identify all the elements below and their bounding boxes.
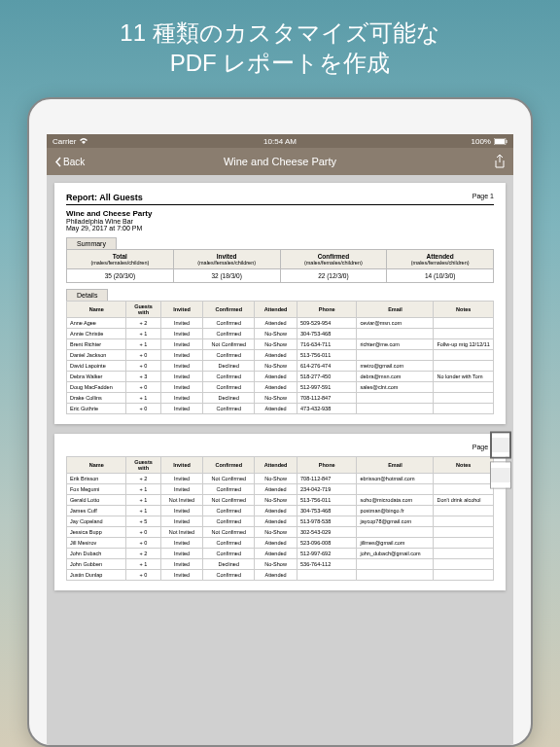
column-header: Phone (298, 457, 357, 474)
column-header: Notes (434, 302, 494, 318)
table-row: Debra Walker+ 3InvitedConfirmedAttended5… (67, 372, 494, 382)
column-header: Guests with (126, 457, 160, 474)
ipad-screen: Carrier 10:54 AM 100% Back Wine and Che (47, 134, 513, 745)
column-header: Phone (298, 302, 357, 318)
column-header: Attended (255, 302, 298, 318)
table-row: Jessica Bupp+ 0Not InvitedNot ConfirmedN… (67, 527, 494, 538)
page-number: Page 1 (472, 193, 494, 202)
details-table-2: NameGuests withInvitedConfirmedAttendedP… (66, 456, 494, 581)
back-label: Back (63, 157, 85, 167)
event-datetime: May 29, 2017 at 7:00 PM (66, 225, 494, 231)
summary-label: Summary (66, 237, 117, 249)
column-header: Confirmed (203, 302, 255, 318)
ipad-frame: Carrier 10:54 AM 100% Back Wine and Che (27, 97, 533, 747)
pdf-page-1: Report: All Guests Page 1 Wine and Chees… (54, 183, 506, 424)
status-bar: Carrier 10:54 AM 100% (47, 134, 513, 148)
event-venue: Philadelphia Wine Bar (66, 218, 494, 225)
summary-table: Total(males/females/children) Invited(ma… (66, 249, 494, 283)
table-row: Erik Brisson+ 2InvitedNot ConfirmedNo-Sh… (67, 474, 494, 484)
table-row: Fox Megumi+ 1InvitedConfirmedAttended234… (67, 484, 494, 495)
column-header: Confirmed (203, 457, 255, 474)
back-button[interactable]: Back (54, 157, 85, 167)
report-title: Report: All Guests (66, 193, 143, 202)
battery-icon (494, 138, 508, 145)
table-row: Jill Mesirov+ 0InvitedConfirmedAttended5… (67, 538, 494, 549)
page-thumbnail-1[interactable] (490, 432, 511, 459)
table-row: Jay Copeland+ 5InvitedConfirmedAttended5… (67, 516, 494, 527)
nav-bar: Back Wine and Cheese Party (47, 148, 513, 175)
battery-label: 100% (472, 137, 491, 146)
event-name: Wine and Cheese Party (66, 209, 494, 218)
table-row: Doug MacFadden+ 0InvitedConfirmedAttende… (67, 382, 494, 393)
page-thumbnail-2[interactable] (490, 462, 511, 489)
details-table-1: NameGuests withInvitedConfirmedAttendedP… (66, 301, 494, 414)
column-header: Name (67, 302, 126, 318)
table-row: David Lapointe+ 0InvitedDeclinedNo-Show6… (67, 361, 494, 372)
marketing-line1: 11 種類のカスタマイズ可能な (19, 18, 541, 48)
nav-title: Wine and Cheese Party (224, 156, 336, 167)
table-row: Gerald Lotto+ 1Not InvitedNot ConfirmedN… (67, 495, 494, 506)
svg-rect-1 (495, 139, 505, 144)
table-row: Annie Christie+ 1InvitedConfirmedNo-Show… (67, 329, 494, 339)
table-row: John Gubben+ 1InvitedDeclinedNo-Show536-… (67, 559, 494, 570)
carrier-label: Carrier (52, 137, 76, 146)
status-time: 10:54 AM (263, 137, 297, 146)
table-row: James Cuff+ 1InvitedConfirmedAttended304… (67, 506, 494, 516)
pdf-page-2: Page 2 NameGuests withInvitedConfirmedAt… (54, 434, 506, 590)
details-label: Details (66, 289, 108, 301)
column-header: Email (357, 302, 434, 318)
share-icon (494, 155, 506, 168)
marketing-line2: PDF レポートを作成 (19, 48, 541, 78)
chevron-left-icon (54, 157, 61, 167)
marketing-headline: 11 種類のカスタマイズ可能な PDF レポートを作成 (0, 0, 560, 86)
column-header: Invited (160, 302, 203, 318)
thumbnail-strip (490, 432, 511, 489)
table-row: John Dubach+ 2InvitedConfirmedAttended51… (67, 549, 494, 559)
wifi-icon (79, 137, 88, 145)
pdf-viewer[interactable]: Report: All Guests Page 1 Wine and Chees… (47, 175, 513, 745)
svg-rect-2 (506, 140, 507, 143)
column-header: Name (67, 457, 126, 474)
table-row: Drake Collins+ 1InvitedDeclinedNo-Show70… (67, 393, 494, 404)
table-row: Justin Dunlap+ 0InvitedConfirmedAttended (67, 570, 494, 581)
table-row: Brent Richter+ 1InvitedNot ConfirmedNo-S… (67, 339, 494, 350)
share-button[interactable] (494, 155, 506, 168)
column-header: Guests with (126, 302, 160, 318)
table-row: Anne Agee+ 2InvitedConfirmedAttended509-… (67, 318, 494, 329)
column-header: Notes (434, 457, 494, 474)
table-row: Eric Guthrie+ 0InvitedConfirmedAttended4… (67, 404, 494, 414)
column-header: Invited (160, 457, 203, 474)
column-header: Attended (255, 457, 298, 474)
event-info: Wine and Cheese Party Philadelphia Wine … (66, 209, 494, 231)
column-header: Email (357, 457, 434, 474)
table-row: Daniel Jackson+ 0InvitedConfirmedAttende… (67, 350, 494, 361)
